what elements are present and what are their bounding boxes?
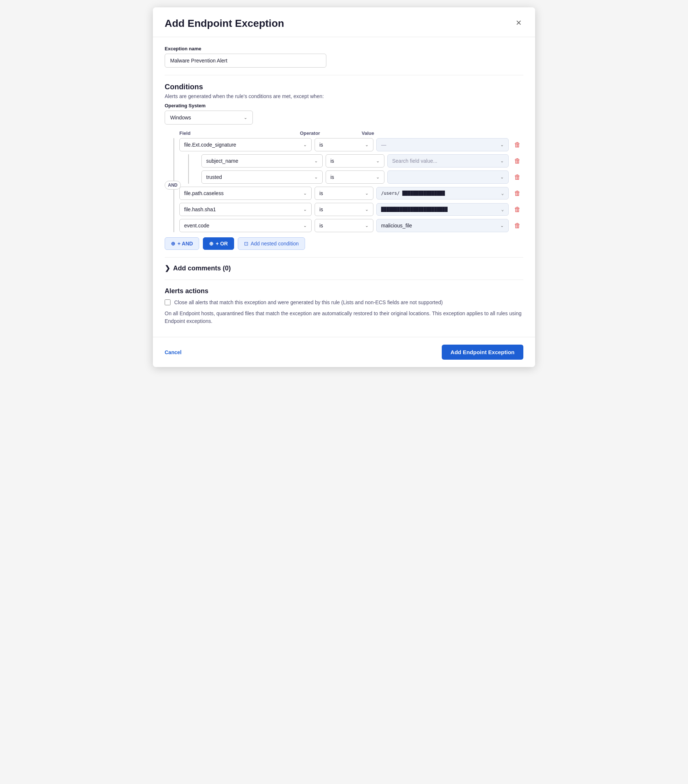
value-select-1[interactable]: /users/ ████████████████ ⌄ [376, 187, 509, 199]
and-badge: AND [165, 181, 181, 189]
value-nested-0-value: Search field value... [392, 158, 437, 164]
and-plus-icon: ⊕ [171, 240, 175, 247]
value-select-3[interactable]: malicious_file ⌄ [376, 219, 509, 232]
comments-label: Add comments (0) [173, 265, 231, 272]
action-buttons: ⊕ + AND ⊕ + OR ⊡ Add nested condition [165, 237, 523, 250]
conditions-rows: AND file.Ext.code_signature ⌄ is ⌄ — [165, 138, 523, 232]
delete-button-nested-0[interactable]: 🗑 [511, 156, 523, 166]
field-select-1[interactable]: file.path.caseless ⌄ [179, 187, 312, 200]
conditions-title: Conditions [165, 83, 523, 91]
operator-select-nested-0[interactable]: is ⌄ [326, 154, 384, 168]
field-select-2-value: file.hash.sha1 [184, 206, 216, 212]
value-nested-1-chevron-icon: ⌄ [500, 175, 504, 180]
alerts-actions-title: Alerts actions [165, 287, 523, 295]
operator-nested-1-value: is [330, 174, 334, 180]
field-select-0[interactable]: file.Ext.code_signature ⌄ [179, 138, 312, 152]
delete-button-3[interactable]: 🗑 [511, 221, 523, 231]
delete-button-nested-1[interactable]: 🗑 [511, 172, 523, 183]
operator-select-1[interactable]: is ⌄ [315, 187, 373, 200]
operator-select-3[interactable]: is ⌄ [315, 219, 373, 232]
value-select-2-value: █████████████████████████ [381, 207, 448, 212]
and-button[interactable]: ⊕ + AND [165, 237, 199, 250]
delete-button-1[interactable]: 🗑 [511, 188, 523, 199]
alerts-actions-section: Alerts actions Close all alerts that mat… [165, 280, 523, 325]
operator-1-chevron-icon: ⌄ [365, 191, 369, 196]
nested-icon: ⊡ [244, 240, 248, 247]
field-nested-0-value: subject_name [206, 158, 238, 164]
add-endpoint-exception-modal: Add Endpoint Exception ✕ Exception name … [153, 7, 535, 367]
operator-nested-1-chevron-icon: ⌄ [376, 175, 379, 180]
os-label: Operating System [165, 103, 523, 109]
add-endpoint-exception-button[interactable]: Add Endpoint Exception [442, 344, 523, 360]
field-chevron-icon: ⌄ [303, 142, 307, 147]
close-button[interactable]: ✕ [514, 18, 523, 28]
col-header-field: Field [179, 130, 297, 136]
value-select-1-value: /users/ ████████████████ [381, 191, 445, 196]
modal-body: Exception name Conditions Alerts are gen… [153, 37, 535, 337]
alerts-note: On all Endpoint hosts, quarantined files… [165, 310, 523, 325]
and-button-label: + AND [178, 240, 193, 247]
operator-select-nested-1[interactable]: is ⌄ [326, 170, 384, 184]
field-select-1-value: file.path.caseless [184, 190, 223, 196]
operator-select-2[interactable]: is ⌄ [315, 203, 373, 216]
close-alerts-label: Close all alerts that match this excepti… [174, 300, 443, 305]
operator-select-3-value: is [319, 222, 323, 229]
value-select-3-value: malicious_file [381, 222, 412, 229]
table-row: subject_name ⌄ is ⌄ Search field value..… [201, 154, 523, 168]
field-1-chevron-icon: ⌄ [303, 191, 307, 196]
table-row: event.code ⌄ is ⌄ malicious_file ⌄ 🗑 [179, 219, 523, 232]
operator-3-chevron-icon: ⌄ [365, 223, 369, 228]
field-select-3[interactable]: event.code ⌄ [179, 219, 312, 232]
nested-vertical-line [188, 154, 189, 184]
operator-select-0-value: is [319, 142, 323, 148]
value-select-0[interactable]: — ⌄ [376, 138, 509, 152]
value-chevron-icon: ⌄ [500, 142, 504, 147]
operator-select-0[interactable]: is ⌄ [315, 138, 373, 152]
table-row: file.path.caseless ⌄ is ⌄ /users/ ██████… [179, 187, 523, 200]
or-button[interactable]: ⊕ + OR [203, 237, 234, 250]
operator-select-1-value: is [319, 190, 323, 196]
value-1-chevron-icon: ⌄ [501, 191, 504, 196]
table-row: trusted ⌄ is ⌄ ⌄ 🗑 [201, 170, 523, 184]
close-alerts-checkbox[interactable] [165, 300, 170, 305]
os-select-value: Windows [170, 115, 191, 120]
value-2-chevron-icon: ⌄ [501, 207, 504, 212]
comments-section: ❯ Add comments (0) [165, 257, 523, 276]
add-nested-condition-button[interactable]: ⊡ Add nested condition [238, 237, 305, 250]
value-select-0-value: — [381, 142, 386, 148]
operator-nested-0-value: is [330, 158, 334, 164]
value-select-2[interactable]: █████████████████████████ ⌄ [376, 203, 509, 216]
field-nested-chevron-icon: ⌄ [314, 158, 318, 163]
delete-button-0[interactable]: 🗑 [511, 140, 523, 150]
exception-name-label: Exception name [165, 46, 523, 51]
value-select-nested-1[interactable]: ⌄ [388, 170, 509, 184]
exception-name-section: Exception name [165, 46, 523, 68]
field-nested-1-value: trusted [206, 174, 222, 180]
value-3-chevron-icon: ⌄ [500, 223, 504, 228]
table-row: file.Ext.code_signature ⌄ is ⌄ — ⌄ 🗑 [179, 138, 523, 152]
nested-button-label: Add nested condition [251, 240, 299, 247]
os-select[interactable]: Windows ⌄ [165, 110, 253, 125]
col-header-operator: Operator [300, 130, 359, 136]
value-nested-1-value [392, 174, 394, 180]
checkbox-row: Close all alerts that match this excepti… [165, 300, 523, 305]
cancel-button[interactable]: Cancel [165, 349, 181, 355]
exception-name-input[interactable] [165, 54, 327, 68]
operator-select-2-value: is [319, 206, 323, 212]
value-select-nested-0[interactable]: Search field value... ⌄ [388, 154, 509, 168]
nested-rows: subject_name ⌄ is ⌄ Search field value..… [179, 154, 523, 184]
table-row: file.hash.sha1 ⌄ is ⌄ ██████████████████… [179, 203, 523, 216]
modal-footer: Cancel Add Endpoint Exception [153, 337, 535, 367]
field-select-nested-1[interactable]: trusted ⌄ [201, 170, 323, 184]
modal-title: Add Endpoint Exception [165, 18, 284, 30]
conditions-table: Field Operator Value AND file.Ext.code_s… [165, 130, 523, 250]
comments-toggle-button[interactable]: ❯ Add comments (0) [165, 264, 231, 272]
delete-button-2[interactable]: 🗑 [511, 204, 523, 215]
or-button-label: + OR [216, 240, 228, 247]
conditions-description: Alerts are generated when the rule's con… [165, 93, 523, 99]
field-nested-1-chevron-icon: ⌄ [314, 175, 318, 180]
os-select-chevron-icon: ⌄ [244, 115, 247, 120]
value-nested-chevron-icon: ⌄ [500, 158, 504, 163]
field-select-2[interactable]: file.hash.sha1 ⌄ [179, 203, 312, 216]
field-select-nested-0[interactable]: subject_name ⌄ [201, 154, 323, 168]
